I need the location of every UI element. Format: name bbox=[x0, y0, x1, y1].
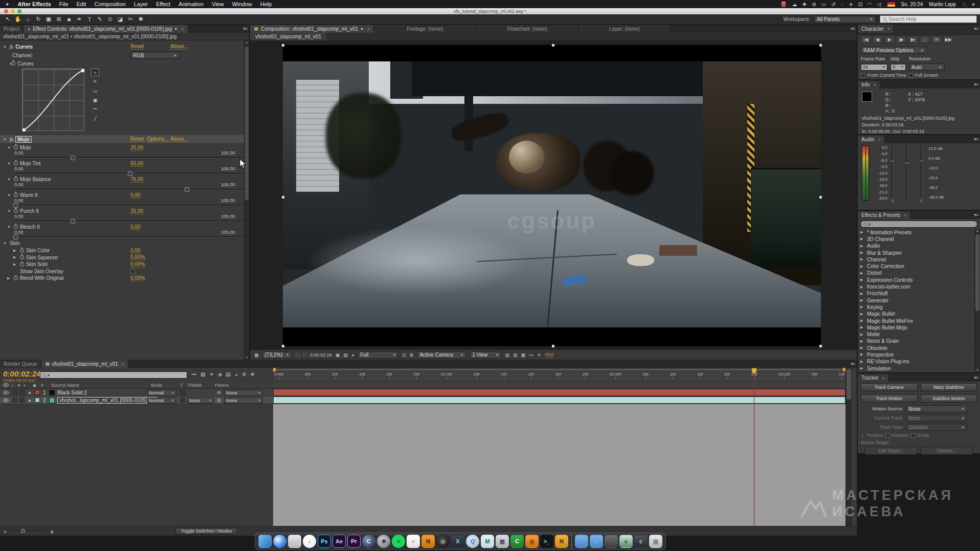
curve-line[interactable] bbox=[23, 69, 85, 131]
keyboard-layout-flag-icon[interactable] bbox=[887, 2, 895, 7]
curves-effect-header[interactable]: ▼ fx Curves Reset About... bbox=[0, 42, 249, 51]
time-machine-icon[interactable]: ↺ bbox=[831, 2, 835, 7]
menu-composition[interactable]: Composition bbox=[95, 1, 126, 7]
twirl-closed-icon[interactable]: ▶ bbox=[860, 312, 865, 316]
close-tab-icon[interactable]: × bbox=[122, 362, 124, 367]
next-frame-button[interactable]: |▶ bbox=[896, 36, 906, 43]
stopwatch-icon[interactable] bbox=[20, 249, 24, 253]
close-tab-icon[interactable]: × bbox=[181, 27, 184, 32]
layer-name[interactable]: vfxshot...lapcomp_ml_v01.[0000-0105].jpg bbox=[57, 397, 158, 404]
twirl-closed-icon[interactable]: ▶ bbox=[29, 399, 33, 403]
audio-level-slider[interactable] bbox=[892, 146, 893, 197]
twirl-closed-icon[interactable]: ▶ bbox=[860, 265, 865, 269]
play-button[interactable]: ▶ bbox=[884, 36, 895, 43]
tab-footage[interactable]: Footage: (none) bbox=[374, 25, 476, 33]
menubar-app-status-icon[interactable] bbox=[782, 2, 786, 7]
dock-system-preferences-icon[interactable]: ✱ bbox=[377, 535, 390, 548]
curves-group-row[interactable]: ▼ Curves bbox=[0, 59, 249, 68]
zoom-out-mountain-icon[interactable]: ▲ bbox=[3, 529, 7, 534]
menu-app-name[interactable]: After Effects bbox=[17, 1, 51, 7]
channel-dropdown[interactable]: RGB▼ bbox=[130, 52, 180, 59]
twirl-open-icon[interactable]: ▼ bbox=[7, 209, 12, 213]
frame-blending-icon[interactable]: ▤ bbox=[226, 371, 231, 377]
show-channel-icon[interactable]: ◕ bbox=[351, 352, 354, 358]
layer-handle[interactable] bbox=[282, 345, 284, 347]
layer-handle[interactable] bbox=[819, 345, 822, 347]
panel-menu-icon[interactable]: ▾≡ bbox=[974, 375, 978, 380]
eye-icon[interactable] bbox=[3, 391, 9, 394]
dock-terminal-icon[interactable]: >_ bbox=[540, 535, 553, 548]
always-preview-icon[interactable]: ▦ bbox=[254, 352, 259, 358]
stopwatch-icon[interactable] bbox=[14, 177, 18, 181]
exposure-value[interactable]: +0,0 bbox=[545, 352, 554, 358]
effects-category-item[interactable]: ▶ Magic Bullet bbox=[858, 311, 980, 318]
brainstorm-icon[interactable]: ⊚ bbox=[242, 371, 246, 377]
parameter-slider[interactable] bbox=[15, 221, 244, 222]
dock-cinema4d-icon[interactable]: C bbox=[362, 535, 375, 548]
twirl-closed-icon[interactable]: ▶ bbox=[860, 298, 865, 302]
tab-render-queue[interactable]: Render Queue bbox=[0, 360, 41, 368]
effects-category-item[interactable]: ▶ Noise & Grain bbox=[858, 338, 980, 345]
work-area-bar[interactable] bbox=[273, 368, 845, 371]
twirl-closed-icon[interactable]: ▶ bbox=[860, 325, 865, 329]
brush-tool[interactable]: ✎ bbox=[95, 16, 104, 23]
effects-category-item[interactable]: ▶ * Animation Presets bbox=[858, 229, 980, 236]
dock-nukex-icon[interactable]: N bbox=[555, 535, 568, 548]
twirl-closed-icon[interactable]: ▶ bbox=[13, 255, 18, 259]
cloud-status-icon[interactable]: ☁ bbox=[792, 2, 797, 7]
audio-level-slider[interactable] bbox=[906, 146, 908, 197]
dropbox-icon[interactable]: ❖ bbox=[802, 2, 807, 7]
dock-folder-applications-icon[interactable] bbox=[575, 535, 588, 548]
mojo-effect-header[interactable]: ▼ fx Mojo Reset Options... About... bbox=[0, 135, 249, 144]
display-icon[interactable]: ▭ bbox=[821, 2, 826, 7]
close-tab-icon[interactable]: × bbox=[887, 26, 890, 31]
close-tab-icon[interactable]: × bbox=[878, 137, 881, 142]
search-help-input[interactable] bbox=[888, 16, 974, 22]
show-snapshot-icon[interactable]: ▨ bbox=[343, 352, 348, 358]
frame-rate-dropdown[interactable]: 24▼ bbox=[861, 64, 887, 71]
mojo-options-link[interactable]: Options... bbox=[147, 136, 169, 142]
parent-column[interactable]: Parent bbox=[215, 383, 229, 388]
menu-layer[interactable]: Layer bbox=[134, 1, 148, 7]
panel-menu-icon[interactable]: ▾≡ bbox=[851, 26, 855, 31]
effects-category-item[interactable]: ▶ 3D Channel bbox=[858, 236, 980, 243]
dock-quicktime-icon[interactable]: Q bbox=[466, 535, 479, 548]
layer-handle[interactable] bbox=[282, 44, 284, 47]
audio-button[interactable]: ♪ bbox=[920, 36, 930, 43]
twirl-closed-icon[interactable]: ▶ bbox=[860, 230, 865, 234]
stopwatch-icon[interactable] bbox=[14, 161, 18, 165]
panel-menu-icon[interactable]: ▾≡ bbox=[974, 82, 978, 87]
menu-help[interactable]: Help bbox=[260, 1, 272, 7]
effects-category-item[interactable]: ▶ Color Correction bbox=[858, 263, 980, 270]
panel-menu-icon[interactable]: ▾≡ bbox=[851, 361, 855, 366]
dock-camtasia-icon[interactable]: C bbox=[510, 535, 524, 548]
trkmat-dropdown[interactable]: None▼ bbox=[187, 398, 214, 404]
parameter-slider[interactable] bbox=[15, 189, 244, 190]
menu-view[interactable]: View bbox=[212, 1, 224, 7]
eraser-tool[interactable]: ◪ bbox=[116, 16, 125, 23]
close-tab-icon[interactable]: × bbox=[367, 27, 370, 32]
parent-dropdown[interactable]: None▼ bbox=[224, 398, 263, 404]
resolution-dropdown[interactable]: Full▼ bbox=[358, 351, 398, 359]
twirl-closed-icon[interactable]: ▶ bbox=[860, 333, 865, 337]
motion-source-dropdown[interactable]: None▼ bbox=[906, 405, 967, 412]
safe-margins-icon[interactable]: ⬚ bbox=[295, 352, 300, 358]
reset-exposure-icon[interactable]: ✳ bbox=[537, 352, 541, 358]
first-frame-button[interactable]: |◀ bbox=[861, 36, 871, 43]
tab-flowchart[interactable]: Flowchart: (none) bbox=[476, 25, 578, 33]
parameter-value[interactable]: 0,00 bbox=[130, 224, 140, 230]
tab-composition[interactable]: Composition: vfxshot01_slapcomp_ml_v01 ▼… bbox=[250, 25, 374, 33]
twirl-open-icon[interactable]: ▼ bbox=[3, 45, 8, 49]
hand-tool[interactable]: ✋ bbox=[13, 16, 23, 23]
active-camera-dropdown[interactable]: Active Camera▼ bbox=[417, 351, 466, 359]
dock-after-effects-icon[interactable]: Ae bbox=[332, 535, 346, 548]
dock-camera-lens-icon[interactable]: ◉ bbox=[436, 535, 450, 548]
magnification-dropdown[interactable]: (73,1%)▼ bbox=[262, 351, 292, 359]
audio-switch[interactable] bbox=[12, 390, 17, 395]
t-switch[interactable] bbox=[180, 390, 185, 395]
menubar-user[interactable]: Martin Lapp bbox=[929, 2, 956, 7]
ram-preview-button[interactable]: ▶▶ bbox=[943, 36, 953, 43]
wifi-icon[interactable]: ◠ bbox=[867, 2, 872, 7]
skin-group-row[interactable]: ▼ Skin bbox=[0, 239, 249, 247]
shape-tool[interactable]: ■ bbox=[64, 16, 74, 23]
